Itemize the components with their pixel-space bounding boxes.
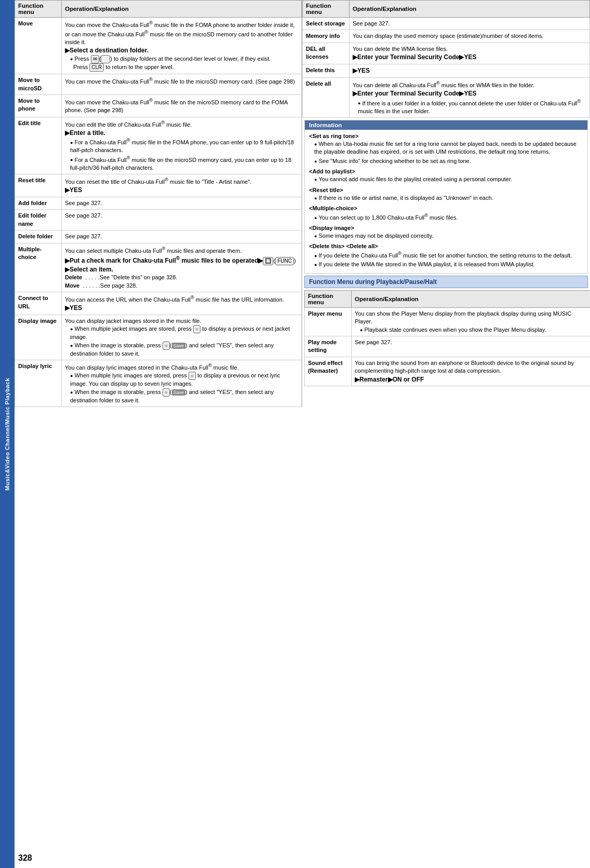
table-row: Player menu You can show the Player Menu… (305, 307, 591, 336)
func-desc-memory-info: You can display the used memory space (e… (350, 30, 590, 43)
main-content: Function menu Operation/Explanation Move… (15, 0, 590, 868)
func-desc-delete-this: ▶YES (350, 64, 590, 77)
playback-section-title: Function Menu during Playback/Pause/Halt (304, 276, 588, 288)
func-name-delete-folder: Delete folder (15, 230, 62, 243)
right-function-table: Function menu Operation/Explanation Sele… (302, 0, 590, 118)
table-row: Add folder See page 327. (15, 197, 302, 210)
table-row: Sound effect (Remaster) You can bring th… (305, 357, 591, 386)
left-col-header-op: Operation/Explanation (62, 1, 302, 18)
info-bullet-playlist-1: You cannot add music files to the playli… (309, 175, 583, 183)
left-col-header-func: Function menu (15, 1, 62, 18)
info-section-multiple-choice-heading: <Multiple-choice> (309, 205, 583, 211)
func-name-multiple-choice: Multiple-choice (15, 243, 62, 292)
func-name-display-image: Display image (15, 315, 62, 360)
playback-function-table: Function menu Operation/Explanation Play… (304, 290, 590, 387)
info-bullet-reset-title-1: If there is no title or artist name, it … (309, 194, 583, 202)
func-desc-multiple-choice: You can select multiple Chaku-uta Full® … (62, 243, 302, 292)
func-name-move-microsd: Move to microSD (15, 74, 62, 95)
right-col-header-op: Operation/Explanation (350, 1, 590, 18)
table-row: Delete all You can delete all Chaku-uta … (303, 77, 590, 117)
table-row: Memory info You can display the used mem… (303, 30, 590, 43)
info-section-display-image-heading: <Display image> (309, 225, 583, 231)
info-section-playlist-heading: <Add to playlist> (309, 168, 583, 174)
info-bullet-ring-tone-2: See "Music info" for checking whether to… (309, 157, 583, 165)
page-number: 328 (18, 853, 32, 863)
func-name-del-all-licenses: DEL all licenses (303, 43, 350, 64)
func-desc-display-lyric: You can display lyric images stored in t… (62, 360, 302, 407)
func-desc-connect-url: You can access the URL when the Chaku-ut… (62, 292, 302, 315)
playback-col-header-func: Function menu (305, 290, 352, 307)
info-bullet-display-image-1: Some images may not be displayed correct… (309, 232, 583, 240)
func-name-move-phone: Move to phone (15, 95, 62, 117)
func-desc-delete-folder: See page 327. (62, 230, 302, 243)
info-section-delete-heading: <Delete this> <Delete all> (309, 243, 583, 249)
table-row: Reset title You can reset the title of C… (15, 174, 302, 197)
func-name-delete-this: Delete this (303, 64, 350, 77)
table-row: Edit folder name See page 327. (15, 210, 302, 230)
table-row: Connect to URL You can access the URL wh… (15, 292, 302, 315)
func-desc-display-image: You can display jacket images stored in … (62, 315, 302, 360)
func-desc-move: You can move the Chaku-uta Full® music f… (62, 18, 302, 74)
func-desc-select-storage: See page 327. (350, 18, 590, 30)
table-row: Delete this ▶YES (303, 64, 590, 77)
func-name-connect-url: Connect to URL (15, 292, 62, 315)
table-row: Select storage See page 327. (303, 18, 590, 30)
info-section-ring-tone-heading: <Set as ring tone> (309, 133, 583, 139)
func-desc-sound-effect: You can bring the sound from an earphone… (352, 357, 591, 386)
func-name-sound-effect: Sound effect (Remaster) (305, 357, 352, 386)
func-desc-add-folder: See page 327. (62, 197, 302, 210)
info-bullet-ring-tone-1: When an Uta-hodai music file set for a r… (309, 140, 583, 156)
func-desc-play-mode: See page 327. (352, 336, 591, 357)
func-name-edit-title: Edit title (15, 117, 62, 174)
func-name-display-lyric: Display lyric (15, 360, 62, 407)
right-col-header-func: Function menu (303, 1, 350, 18)
table-row: Display lyric You can display lyric imag… (15, 360, 302, 407)
table-row: Multiple-choice You can select multiple … (15, 243, 302, 292)
func-desc-player-menu: You can show the Player Menu display fro… (352, 307, 591, 336)
func-name-select-storage: Select storage (303, 18, 350, 30)
left-column: Function menu Operation/Explanation Move… (15, 0, 302, 407)
func-desc-move-microsd: You can move the Chaku-uta Full® music f… (62, 74, 302, 95)
info-section-reset-title-heading: <Reset title> (309, 187, 583, 193)
table-row: Display image You can display jacket ima… (15, 315, 302, 360)
func-desc-edit-title: You can edit the title of Chaku-uta Full… (62, 117, 302, 174)
two-column-layout: Function menu Operation/Explanation Move… (15, 0, 590, 407)
func-desc-edit-folder: See page 327. (62, 210, 302, 230)
func-name-edit-folder: Edit folder name (15, 210, 62, 230)
info-bullet-multiple-choice-1: You can select up to 1,800 Chaku-uta Ful… (309, 212, 583, 222)
func-desc-del-all-licenses: You can delete the WMA license files. ▶E… (350, 43, 590, 64)
right-column: Function menu Operation/Explanation Sele… (302, 0, 590, 407)
sidebar-label: Music&Video Channel/Music Playback (4, 377, 10, 490)
info-bullet-delete-1: If you delete the Chaku-uta Full® music … (309, 250, 583, 260)
table-row: Edit title You can edit the title of Cha… (15, 117, 302, 174)
func-name-play-mode: Play mode setting (305, 336, 352, 357)
table-row: Move to phone You can move the Chaku-uta… (15, 95, 302, 117)
func-name-add-folder: Add folder (15, 197, 62, 210)
func-name-move: Move (15, 18, 62, 74)
left-function-table: Function menu Operation/Explanation Move… (15, 0, 302, 407)
table-row: DEL all licenses You can delete the WMA … (303, 43, 590, 64)
information-box: Information <Set as ring tone> When an U… (304, 120, 588, 274)
func-desc-delete-all: You can delete all Chaku-uta Full® music… (350, 77, 590, 117)
table-row: Move You can move the Chaku-uta Full® mu… (15, 18, 302, 74)
table-row: Delete folder See page 327. (15, 230, 302, 243)
table-row: Move to microSD You can move the Chaku-u… (15, 74, 302, 95)
func-name-memory-info: Memory info (303, 30, 350, 43)
table-row: Play mode setting See page 327. (305, 336, 591, 357)
func-name-reset-title: Reset title (15, 174, 62, 197)
sidebar: Music&Video Channel/Music Playback (0, 0, 15, 868)
func-desc-reset-title: You can reset the title of Chaku-uta Ful… (62, 174, 302, 197)
func-name-player-menu: Player menu (305, 307, 352, 336)
info-title: Information (305, 120, 587, 130)
func-name-delete-all: Delete all (303, 77, 350, 117)
func-desc-move-phone: You can move the Chaku-uta Full® music f… (62, 95, 302, 117)
info-bullet-delete-2: If you delete the WMA file stored in the… (309, 261, 583, 268)
playback-col-header-op: Operation/Explanation (352, 290, 591, 307)
